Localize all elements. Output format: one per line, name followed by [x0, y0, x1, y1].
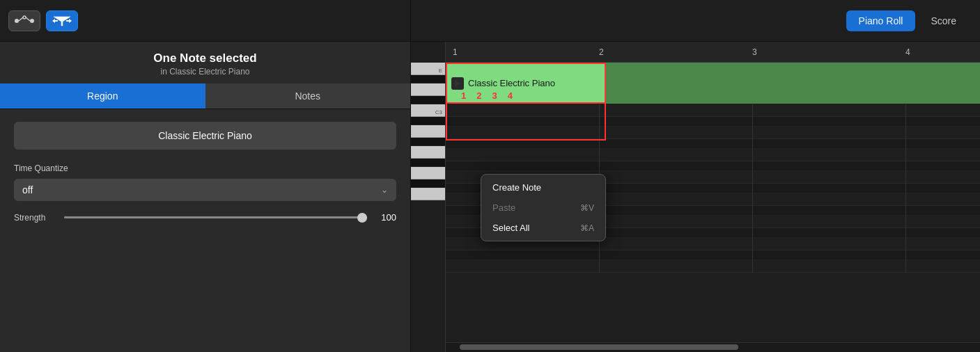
strength-slider[interactable] [64, 216, 367, 218]
tabs-row: Region Notes [0, 83, 410, 109]
context-menu: Create Note Paste ⌘V Select All ⌘A [481, 174, 606, 241]
mini-num-2: 2 [476, 90, 481, 101]
svg-marker-9 [52, 19, 55, 23]
right-toolbar: Piano Roll Score [411, 0, 980, 42]
paste-label: Paste [492, 202, 515, 213]
vline-4 [905, 104, 906, 273]
context-menu-select-all[interactable]: Select All ⌘A [481, 218, 605, 238]
piano-keyboard: E C3 [411, 42, 446, 352]
grid-row [446, 149, 980, 161]
quantize-value: off [22, 184, 381, 195]
track-label: Classic Electric Piano [468, 78, 555, 88]
grid-row [446, 250, 980, 260]
right-panel: Piano Roll Score E C3 [411, 0, 980, 352]
tab-notes[interactable]: Notes [205, 83, 411, 109]
info-section: One Note selected in Classic Electric Pi… [0, 42, 410, 83]
svg-marker-10 [455, 80, 460, 87]
tab-region[interactable]: Region [0, 83, 205, 109]
slider-thumb[interactable] [357, 213, 367, 223]
region-play-button[interactable] [451, 77, 464, 90]
grid-area: 1 2 3 4 [446, 42, 980, 352]
panel-content: Classic Electric Piano Time Quantize off… [0, 109, 410, 352]
top-toolbar [0, 0, 410, 42]
mini-num-4: 4 [508, 90, 513, 101]
grid-row [446, 161, 980, 171]
strength-value: 100 [375, 212, 396, 223]
c3-label: C3 [435, 109, 442, 115]
grid-row [446, 260, 980, 273]
piano-roll-button[interactable]: Piano Roll [846, 10, 916, 31]
scrollbar-thumb[interactable] [460, 344, 738, 350]
svg-point-4 [30, 19, 34, 23]
time-quantize-label: Time Quantize [14, 163, 396, 173]
mini-num-1: 1 [461, 90, 466, 101]
timeline-marker-3: 3 [752, 47, 757, 57]
strength-label: Strength [14, 213, 56, 223]
svg-point-2 [23, 16, 26, 19]
timeline-marker-2: 2 [599, 47, 604, 57]
timeline-marker-1: 1 [453, 47, 458, 57]
create-note-label: Create Note [492, 182, 541, 193]
quantize-dropdown[interactable]: off ⌄ [14, 179, 396, 201]
piano-roll-area: E C3 [411, 42, 980, 352]
svg-point-0 [15, 19, 19, 23]
grid-row [446, 117, 980, 127]
svg-line-1 [19, 17, 23, 21]
context-menu-create-note[interactable]: Create Note [481, 177, 605, 198]
vline-3 [752, 104, 753, 273]
timeline-bar: 1 2 3 4 [446, 42, 980, 63]
track-area: Classic Electric Piano 1 2 3 4 [446, 63, 980, 104]
mini-numbers: 1 2 3 4 [461, 90, 513, 101]
strength-row: Strength 100 [14, 212, 396, 223]
paste-shortcut: ⌘V [580, 203, 594, 213]
timeline-marker-4: 4 [905, 47, 910, 57]
svg-marker-7 [69, 19, 72, 23]
left-panel: One Note selected in Classic Electric Pi… [0, 0, 411, 352]
instrument-button[interactable]: Classic Electric Piano [14, 122, 396, 150]
grid-row [446, 104, 980, 117]
select-all-label: Select All [492, 223, 529, 233]
score-button[interactable]: Score [918, 10, 969, 31]
grid-row [446, 139, 980, 149]
filter-tool-button[interactable] [46, 10, 78, 31]
select-all-shortcut: ⌘A [580, 223, 594, 233]
grid-row [446, 127, 980, 139]
svg-line-3 [26, 17, 30, 21]
path-tool-button[interactable] [8, 10, 40, 31]
selection-subtitle: in Classic Electric Piano [14, 67, 396, 77]
context-menu-paste[interactable]: Paste ⌘V [481, 198, 605, 218]
chevron-down-icon: ⌄ [381, 185, 388, 195]
mini-num-3: 3 [492, 90, 497, 101]
selection-title: One Note selected [14, 51, 396, 65]
scrollbar-track [446, 342, 980, 352]
